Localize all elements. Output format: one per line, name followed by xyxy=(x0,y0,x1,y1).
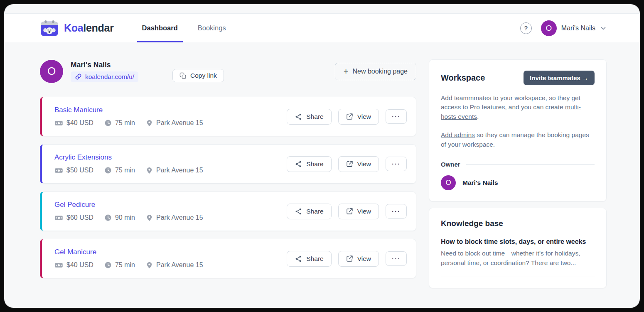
price-item: $60 USD xyxy=(54,214,93,222)
ellipsis-icon: ··· xyxy=(392,208,401,214)
copy-link-button[interactable]: Copy link xyxy=(172,69,224,82)
location-item: Park Avenue 15 xyxy=(146,167,203,174)
top-navigation-bar: Koalendar Dashboard Bookings ? O Mari's … xyxy=(4,13,640,42)
location-pin-icon xyxy=(146,261,153,269)
share-icon xyxy=(295,208,302,215)
more-options-button[interactable]: ··· xyxy=(386,204,407,219)
location-pin-icon xyxy=(146,167,153,174)
clock-icon xyxy=(104,167,112,174)
invite-teammates-button[interactable]: Invite teammates → xyxy=(524,71,595,85)
account-menu[interactable]: O Mari's Nails xyxy=(541,20,607,36)
booking-page-meta: $60 USD 90 min Park Avenue 15 xyxy=(54,214,203,222)
booking-page-meta: $40 USD 75 min Park Avenue 15 xyxy=(54,119,203,128)
owner-divider xyxy=(466,164,595,165)
link-icon xyxy=(75,73,82,80)
ellipsis-icon: ··· xyxy=(392,161,401,167)
tab-bookings[interactable]: Bookings xyxy=(198,14,226,42)
booking-page-info: Basic Manicure $40 USD 75 min Park Avenu… xyxy=(54,106,203,128)
koala-calendar-icon xyxy=(40,20,59,37)
koalendar-logo[interactable]: Koalendar xyxy=(40,14,114,42)
booking-page-actions: Share View ··· xyxy=(287,156,407,172)
booking-page-title[interactable]: Acrylic Extensions xyxy=(54,153,112,162)
external-link-icon xyxy=(346,255,353,262)
tab-dashboard[interactable]: Dashboard xyxy=(142,14,178,42)
share-icon xyxy=(295,160,302,168)
booking-page-info: Gel Manicure $40 USD 75 min Park Avenue … xyxy=(54,248,203,270)
external-link-icon xyxy=(346,113,353,120)
external-link-icon xyxy=(346,208,353,215)
booking-page-actions: Share View ··· xyxy=(287,204,407,219)
location-item: Park Avenue 15 xyxy=(146,119,203,127)
workspace-avatar: O xyxy=(40,60,63,83)
share-button[interactable]: Share xyxy=(287,251,331,267)
location-pin-icon xyxy=(146,214,153,222)
owner-avatar: O xyxy=(441,175,456,190)
owner-name: Mari's Nails xyxy=(462,179,498,187)
workspace-card: Workspace Invite teammates → Add teammma… xyxy=(429,59,607,201)
chevron-down-icon xyxy=(600,25,607,32)
brand-wordmark: Koalendar xyxy=(64,22,114,34)
help-icon[interactable]: ? xyxy=(520,22,532,34)
booking-page-title[interactable]: Gel Manicure xyxy=(54,248,96,256)
kb-article-title[interactable]: How to block time slots, days, or entire… xyxy=(441,238,595,246)
booking-page-actions: Share View ··· xyxy=(287,109,407,125)
workspace-name: Mari's Nails xyxy=(71,61,138,69)
price-item: $40 USD xyxy=(54,261,93,270)
view-button[interactable]: View xyxy=(338,204,379,219)
workspace-description-2: Add admins so they can manage the bookin… xyxy=(441,130,595,149)
primary-nav: Dashboard Bookings xyxy=(142,14,226,42)
add-admins-link[interactable]: Add admins xyxy=(441,131,475,138)
money-icon xyxy=(54,214,63,222)
workspace-card-title: Workspace xyxy=(441,73,485,83)
view-button[interactable]: View xyxy=(338,156,379,172)
booking-page-actions: Share View ··· xyxy=(287,251,407,267)
copy-icon xyxy=(179,72,187,79)
public-booking-link-text: koalendar.com/u/ xyxy=(85,73,134,81)
price-item: $40 USD xyxy=(54,119,93,128)
booking-page-card: Gel Manicure $40 USD 75 min Park Avenue … xyxy=(40,239,416,278)
view-button[interactable]: View xyxy=(338,251,379,267)
booking-page-card: Gel Pedicure $60 USD 90 min Park Avenue … xyxy=(40,192,416,231)
clock-icon xyxy=(104,261,112,269)
external-link-icon xyxy=(346,160,353,167)
share-button[interactable]: Share xyxy=(287,109,331,125)
money-icon xyxy=(54,119,63,128)
workspace-summary-row: O Mari's Nails koalendar.com/u/ xyxy=(40,59,416,83)
kb-article-preview: Need to block out time—whether it's for … xyxy=(441,249,595,268)
owner-item: O Mari's Nails xyxy=(441,175,595,190)
app-window: Koalendar Dashboard Bookings ? O Mari's … xyxy=(4,4,640,308)
knowledge-base-card: Knowledge base How to block time slots, … xyxy=(429,208,607,288)
plus-icon: + xyxy=(344,67,349,76)
share-button[interactable]: Share xyxy=(287,204,331,219)
more-options-button[interactable]: ··· xyxy=(386,157,407,171)
account-name: Mari's Nails xyxy=(561,25,595,32)
booking-pages-column: O Mari's Nails koalendar.com/u/ xyxy=(40,59,416,286)
share-button[interactable]: Share xyxy=(287,156,331,172)
duration-item: 75 min xyxy=(104,119,135,127)
booking-page-card: Basic Manicure $40 USD 75 min Park Avenu… xyxy=(40,97,416,136)
more-options-button[interactable]: ··· xyxy=(386,109,407,124)
main-content: O Mari's Nails koalendar.com/u/ xyxy=(4,42,640,288)
booking-page-title[interactable]: Gel Pedicure xyxy=(54,201,95,209)
location-pin-icon xyxy=(146,119,153,127)
owner-label: Owner xyxy=(441,161,460,168)
share-icon xyxy=(295,255,302,263)
owner-section-header: Owner xyxy=(441,161,595,168)
workspace-info: Mari's Nails koalendar.com/u/ xyxy=(71,61,138,82)
booking-page-info: Gel Pedicure $60 USD 90 min Park Avenue … xyxy=(54,201,203,222)
money-icon xyxy=(54,261,63,270)
kb-article-divider xyxy=(441,277,595,277)
booking-page-meta: $40 USD 75 min Park Avenue 15 xyxy=(54,261,203,270)
more-options-button[interactable]: ··· xyxy=(386,251,407,266)
view-button[interactable]: View xyxy=(338,109,379,125)
new-booking-page-button[interactable]: + New booking page xyxy=(335,63,416,80)
duration-item: 90 min xyxy=(104,214,135,221)
duration-item: 75 min xyxy=(104,167,135,174)
share-icon xyxy=(295,113,302,120)
clock-icon xyxy=(104,214,112,221)
knowledge-base-title: Knowledge base xyxy=(441,219,595,228)
workspace-card-header: Workspace Invite teammates → xyxy=(441,71,595,85)
booking-page-title[interactable]: Basic Manicure xyxy=(54,106,103,114)
public-booking-link[interactable]: koalendar.com/u/ xyxy=(71,71,138,82)
price-item: $50 USD xyxy=(54,166,93,175)
